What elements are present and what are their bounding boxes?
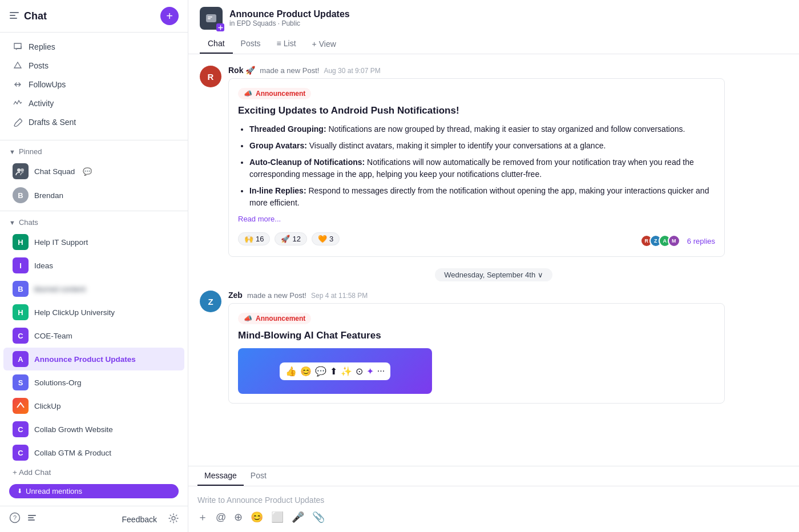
- input-plus-icon[interactable]: ＋: [197, 510, 208, 524]
- sidebar-item-ideas[interactable]: I Ideas: [3, 254, 184, 277]
- tab-add-view[interactable]: + View: [304, 34, 344, 54]
- sidebar-item-help-clickup[interactable]: H Help ClickUp University: [3, 301, 184, 324]
- date-divider: Wednesday, September 4th ∨: [200, 268, 788, 281]
- sidebar-item-coe-team[interactable]: C COE-Team: [3, 324, 184, 347]
- pinned-section-header[interactable]: ▼ Pinned: [0, 144, 188, 159]
- post-card-1: 📣 Announcement Exciting Updates to Andro…: [228, 78, 725, 257]
- message-timestamp-2: Sep 4 at 11:58 PM: [311, 292, 368, 300]
- sidebar-item-followups[interactable]: FollowUps: [3, 75, 184, 94]
- message-input-placeholder[interactable]: Write to Announce Product Updates: [197, 492, 790, 508]
- reply-avatar-4: M: [668, 235, 680, 247]
- tab-chat[interactable]: Chat: [200, 34, 233, 54]
- reaction-1[interactable]: 🙌 16: [238, 232, 270, 245]
- input-toolbar: ＋ @ ⊕ 😊 ⬜ 🎤 📎: [197, 508, 790, 526]
- activity-icon: [13, 98, 23, 108]
- sidebar-item-announce[interactable]: A Announce Product Updates: [3, 348, 184, 370]
- message-content-1: Rok 🚀 made a new Post! Aug 30 at 9:07 PM…: [228, 66, 788, 257]
- settings-icon[interactable]: [168, 513, 179, 526]
- input-emoji-icon[interactable]: 😊: [251, 511, 263, 523]
- solutions-org-avatar: S: [13, 374, 29, 390]
- tool-magic-icon[interactable]: ✨: [341, 366, 352, 377]
- input-tab-post[interactable]: Post: [244, 466, 273, 486]
- input-tab-message[interactable]: Message: [197, 466, 244, 486]
- feedback-label[interactable]: Feedback: [122, 515, 157, 524]
- tool-share-icon[interactable]: ⬆: [330, 366, 337, 377]
- collab-gtm-avatar: C: [13, 445, 29, 461]
- sidebar-item-replies[interactable]: Replies: [3, 38, 184, 56]
- reactions-row-1: 🙌 16 🚀 12 🧡 3: [238, 232, 340, 245]
- tool-dot-icon[interactable]: ⊙: [356, 366, 363, 377]
- main-header: Announce Product Updates in EPD Squads ·…: [188, 0, 799, 54]
- svg-rect-9: [28, 517, 34, 518]
- sidebar-item-solutions-org[interactable]: S Solutions-Org: [3, 371, 184, 394]
- list-item: In-line Replies: Respond to messages dir…: [249, 185, 715, 209]
- input-mic-icon[interactable]: 🎤: [292, 511, 304, 523]
- post-image: 👍 😊 💬 ⬆ ✨ ⊙ ✦ ···: [238, 348, 432, 394]
- svg-marker-3: [14, 62, 21, 68]
- pinned-chevron: ▼: [9, 148, 15, 155]
- sidebar-title: Chat: [24, 10, 47, 22]
- input-clip-icon[interactable]: 📎: [312, 511, 325, 523]
- rok-avatar: R: [200, 66, 221, 87]
- sidebar-item-blurred[interactable]: B blurred content: [3, 277, 184, 300]
- unread-mentions-button[interactable]: ⬇ Unread mentions: [9, 484, 179, 498]
- sidebar-item-clickup[interactable]: ClickUp: [3, 394, 184, 417]
- help-clickup-avatar: H: [13, 304, 29, 320]
- replies-icon: [13, 42, 23, 52]
- blurred-name: blurred content: [34, 285, 86, 293]
- coe-team-name: COE-Team: [34, 332, 72, 340]
- date-label: Wednesday, September 4th ∨: [444, 271, 543, 279]
- new-chat-button[interactable]: +: [160, 7, 179, 25]
- message-input-area: Message Post Write to Announce Product U…: [188, 466, 799, 532]
- tool-emoji-icon[interactable]: 😊: [300, 366, 312, 377]
- pinned-section-label: Pinned: [19, 147, 42, 156]
- announcement-badge-1: 📣 Announcement: [238, 88, 311, 99]
- collab-growth-name: Collab Growth Website: [34, 425, 113, 434]
- sidebar-item-collab-growth[interactable]: C Collab Growth Website: [3, 418, 184, 441]
- help-icon[interactable]: ?: [9, 512, 21, 526]
- help-it-name: Help IT Support: [34, 238, 88, 247]
- chat-squad-name: Chat Squad: [34, 167, 75, 176]
- coe-team-avatar: C: [13, 328, 29, 344]
- tool-comment-icon[interactable]: 💬: [315, 366, 326, 377]
- announcement-badge-2: 📣 Announcement: [238, 313, 311, 324]
- announce-avatar: A: [13, 351, 29, 367]
- tool-like-icon[interactable]: 👍: [285, 366, 297, 377]
- sidebar-item-activity[interactable]: Activity: [3, 94, 184, 112]
- sidebar-item-chat-squad[interactable]: Chat Squad 💬: [3, 160, 184, 183]
- add-chat-row[interactable]: + Add Chat: [3, 465, 184, 480]
- input-mention-icon[interactable]: @: [216, 511, 226, 523]
- sidebar-toggle-icon[interactable]: [9, 10, 19, 22]
- list-icon[interactable]: [26, 512, 38, 526]
- read-more-link-1[interactable]: Read more...: [238, 215, 715, 223]
- sidebar-nav: Replies Posts FollowUps Activity Drafts …: [0, 33, 188, 136]
- tab-posts[interactable]: Posts: [233, 34, 269, 54]
- post-title-1: Exciting Updates to Android Push Notific…: [238, 105, 715, 116]
- svg-point-4: [17, 168, 21, 172]
- clickup-name: ClickUp: [34, 402, 61, 410]
- tool-sparkle-icon[interactable]: ✦: [366, 366, 374, 377]
- svg-rect-1: [10, 15, 15, 16]
- sidebar-item-collab-gtm[interactable]: C Collab GTM & Product: [3, 441, 184, 464]
- collab-growth-avatar: C: [13, 421, 29, 437]
- chats-section-header[interactable]: ▼ Chats: [0, 215, 188, 230]
- sidebar-item-help-it[interactable]: H Help IT Support: [3, 231, 184, 253]
- svg-rect-8: [28, 515, 36, 516]
- sidebar-item-brendan[interactable]: B Brendan: [3, 184, 184, 207]
- sidebar-item-drafts[interactable]: Drafts & Sent: [3, 113, 184, 131]
- svg-rect-13: [208, 17, 212, 18]
- reply-count-1[interactable]: 6 replies: [687, 237, 715, 245]
- input-attachment-icon[interactable]: ⊕: [234, 511, 243, 523]
- reaction-3[interactable]: 🧡 3: [312, 232, 340, 245]
- svg-rect-12: [206, 14, 216, 22]
- channel-name: Announce Product Updates: [229, 9, 350, 19]
- sidebar-item-posts[interactable]: Posts: [3, 57, 184, 75]
- reaction-2[interactable]: 🚀 12: [275, 232, 306, 245]
- date-pill[interactable]: Wednesday, September 4th ∨: [435, 268, 552, 281]
- channel-avatar: [200, 7, 223, 30]
- tab-list[interactable]: ≡List: [269, 34, 304, 54]
- input-video-icon[interactable]: ⬜: [271, 511, 284, 523]
- tool-more-icon[interactable]: ···: [377, 366, 385, 376]
- reaction-3-count: 3: [329, 235, 333, 243]
- list-item: Group Avatars: Visually distinct avatars…: [249, 140, 715, 152]
